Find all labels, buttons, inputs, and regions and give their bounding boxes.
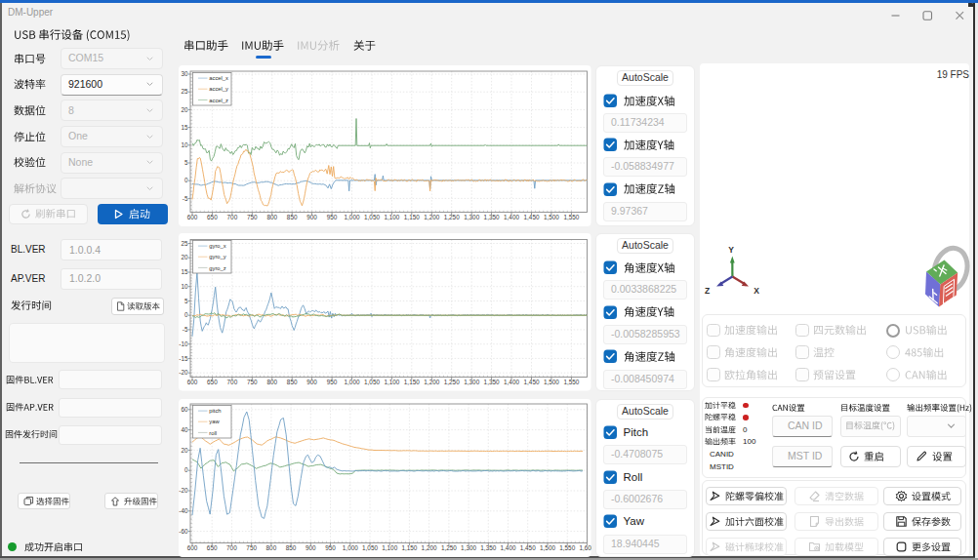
svg-text:1,350: 1,350 xyxy=(484,214,500,220)
svg-text:1,150: 1,150 xyxy=(404,214,420,220)
svg-text:-15: -15 xyxy=(179,355,188,362)
svg-text:yaw: yaw xyxy=(209,419,220,424)
svg-text:-5: -5 xyxy=(183,195,188,202)
svg-text:gyro_z: gyro_z xyxy=(209,265,226,271)
svg-text:roll: roll xyxy=(209,430,217,436)
svg-text:20: 20 xyxy=(181,254,188,260)
svg-text:600: 600 xyxy=(187,214,198,220)
svg-text:650: 650 xyxy=(207,214,218,220)
svg-text:accel_x: accel_x xyxy=(209,75,228,81)
svg-text:X: X xyxy=(754,286,759,296)
svg-text:20: 20 xyxy=(181,106,188,113)
svg-text:30: 30 xyxy=(181,70,188,77)
svg-text:5: 5 xyxy=(184,298,188,304)
svg-text:900: 900 xyxy=(306,214,317,220)
svg-text:-10: -10 xyxy=(179,340,188,347)
svg-text:20: 20 xyxy=(181,447,188,454)
svg-text:1,200: 1,200 xyxy=(424,214,439,220)
svg-text:750: 750 xyxy=(247,214,258,220)
svg-text:1,400: 1,400 xyxy=(504,214,519,220)
svg-text:5: 5 xyxy=(184,159,188,166)
svg-text:25: 25 xyxy=(181,88,188,95)
svg-text:gyro_x: gyro_x xyxy=(209,243,226,249)
svg-text:800: 800 xyxy=(266,214,277,220)
svg-text:-20: -20 xyxy=(179,487,188,494)
svg-text:-20: -20 xyxy=(179,369,188,376)
svg-text:850: 850 xyxy=(287,214,298,220)
svg-text:15: 15 xyxy=(181,124,188,131)
svg-text:10: 10 xyxy=(181,283,188,290)
svg-text:gyro_y: gyro_y xyxy=(209,254,226,260)
svg-text:1,500: 1,500 xyxy=(544,214,559,220)
svg-text:1,450: 1,450 xyxy=(524,214,540,220)
svg-text:0: 0 xyxy=(184,177,188,183)
svg-text:Z: Z xyxy=(705,286,710,296)
svg-text:0: 0 xyxy=(184,466,188,473)
svg-text:1,050: 1,050 xyxy=(364,214,380,220)
svg-text:1,250: 1,250 xyxy=(444,214,460,220)
svg-text:40: 40 xyxy=(181,426,188,433)
svg-text:0: 0 xyxy=(184,311,188,318)
svg-text:1,600: 1,600 xyxy=(579,544,591,551)
svg-text:accel_y: accel_y xyxy=(209,86,228,92)
svg-text:Y: Y xyxy=(728,245,734,255)
svg-text:10: 10 xyxy=(181,141,188,148)
svg-text:-60: -60 xyxy=(179,528,188,535)
svg-text:accel_z: accel_z xyxy=(209,98,228,103)
svg-text:1,300: 1,300 xyxy=(464,214,479,220)
svg-text:1,550: 1,550 xyxy=(563,214,579,220)
svg-text:1,000: 1,000 xyxy=(345,214,360,220)
svg-text:700: 700 xyxy=(227,214,238,220)
svg-text:60: 60 xyxy=(181,406,188,413)
svg-text:-40: -40 xyxy=(179,507,188,514)
svg-text:pitch: pitch xyxy=(209,408,221,414)
svg-text:950: 950 xyxy=(327,214,338,220)
svg-text:15: 15 xyxy=(181,268,188,275)
svg-text:-5: -5 xyxy=(183,326,188,333)
svg-text:1,100: 1,100 xyxy=(384,214,399,220)
svg-text:25: 25 xyxy=(181,240,188,247)
